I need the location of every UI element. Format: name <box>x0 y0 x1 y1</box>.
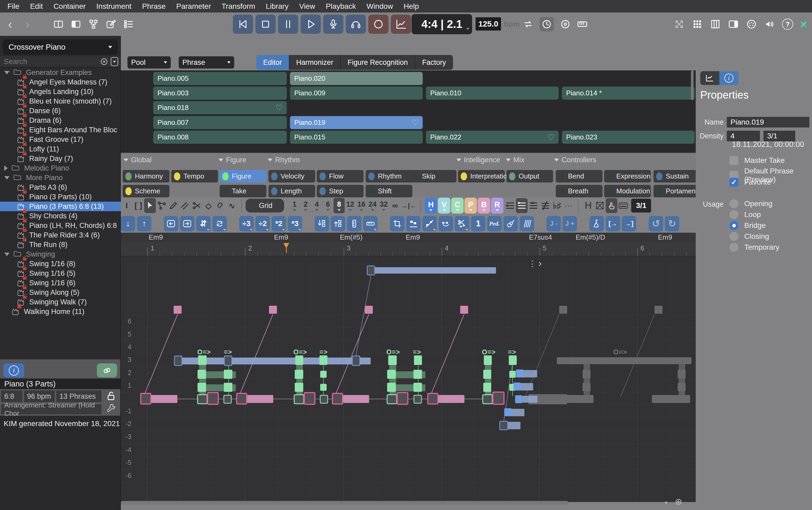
columns-icon[interactable] <box>710 19 721 30</box>
disclosure-triangle[interactable] <box>4 71 9 74</box>
grid-res-16[interactable]: 16 <box>356 198 367 213</box>
menu-library[interactable]: Library <box>266 2 289 11</box>
menu-help[interactable]: Help <box>404 2 419 11</box>
time-ruler[interactable]: 123456 <box>121 242 696 256</box>
pane-split-icon[interactable] <box>70 19 81 29</box>
param-group-mix[interactable]: Mix <box>506 156 524 164</box>
figure-node-green[interactable] <box>295 356 303 365</box>
usage-radio-opening[interactable]: Opening <box>729 199 773 208</box>
record-button[interactable] <box>368 15 388 34</box>
flow-view-icon[interactable] <box>88 19 99 29</box>
param-group-controllers[interactable]: Controllers <box>554 156 597 164</box>
bracket-right-button[interactable]: →] <box>622 216 636 231</box>
tree-folder-more-piano[interactable]: More Piano <box>0 173 121 182</box>
pitch-layer-button[interactable]: P <box>464 198 477 214</box>
grid-res-32[interactable]: 32 <box>378 198 389 213</box>
figure-node-green[interactable] <box>509 356 517 365</box>
handle-green[interactable] <box>198 395 207 404</box>
curve-tool[interactable]: ∿ <box>226 198 238 213</box>
density-ratio-input[interactable]: 3/1 <box>763 131 795 141</box>
j-minus-button[interactable]: J - <box>547 216 561 231</box>
tree-item-swing-along-5-[interactable]: Swing Along (5) <box>0 288 121 297</box>
param-interpretation[interactable]: Interpretation <box>458 170 505 182</box>
monitor-button[interactable] <box>346 15 366 34</box>
wrench-icon[interactable] <box>106 402 117 414</box>
param-expression[interactable]: Expression <box>604 170 651 182</box>
nudge-left-button[interactable] <box>164 216 178 231</box>
velocity-layer-button[interactable]: V <box>438 198 451 214</box>
multiply-2-button[interactable]: *2 <box>272 216 286 231</box>
disclosure-triangle[interactable] <box>4 176 9 179</box>
crop-button[interactable] <box>390 216 404 231</box>
figure-node-green[interactable] <box>483 370 491 379</box>
param-shift[interactable]: Shift <box>366 185 412 197</box>
tree-item-lofty-11-[interactable]: Lofty (11) <box>0 144 121 154</box>
figure-node-green[interactable] <box>387 370 396 379</box>
shift-down-button[interactable]: ↓ <box>121 216 135 231</box>
figure-node-green[interactable] <box>295 383 303 392</box>
record-midi-button[interactable] <box>323 15 343 34</box>
position-display[interactable]: 4:4 | 2.1 <box>412 14 472 34</box>
split-notes-button[interactable] <box>423 216 437 231</box>
param-portamento[interactable]: Portamento <box>654 185 700 197</box>
disclosure-triangle[interactable] <box>4 166 8 171</box>
harmonic-tool[interactable]: H <box>582 198 594 213</box>
grid-res-1[interactable]: 1 <box>289 198 300 213</box>
param-take[interactable]: Take <box>220 185 266 197</box>
shift-up-button[interactable]: ↑ <box>137 216 151 231</box>
tree-item-piano-3-parts-6-8-13-[interactable]: Piano (3 Parts) 6:8 (13) <box>0 202 121 211</box>
search-options-button[interactable] <box>111 57 118 66</box>
editor-tab-factory[interactable]: Factory <box>415 55 453 70</box>
handle-green[interactable] <box>483 395 492 404</box>
param-group-global[interactable]: Global <box>123 156 152 164</box>
checkbox-master-take[interactable]: Master Take <box>729 156 785 165</box>
tree-item-swing-1-16-8-[interactable]: Swing 1/16 (8) <box>0 259 121 268</box>
ghost-node[interactable] <box>583 383 590 391</box>
tree-item-bleu-et-noire-smooth-7-[interactable]: Bleu et Noire (smooth) (7) <box>0 96 121 106</box>
handle-pink-selected[interactable] <box>397 393 408 404</box>
chord-label-e7sus4[interactable]: E7sus4 <box>529 233 552 242</box>
editor-tab-harmonizer[interactable]: Harmonizer <box>289 55 341 70</box>
usage-radio-temporary[interactable]: Temporary <box>729 243 779 252</box>
figure-node-green[interactable] <box>484 356 492 365</box>
chord-label-em5d[interactable]: Em(#5)/D <box>576 233 605 242</box>
phrase-cell-piano-014-[interactable]: Piano.014 * <box>562 87 695 100</box>
param-skip[interactable]: Skip <box>410 170 457 182</box>
param-sustain[interactable]: Sustain <box>654 170 700 182</box>
menu-view[interactable]: View <box>299 2 315 11</box>
handle-pink-selected[interactable] <box>141 393 151 404</box>
arrow-select-tool[interactable] <box>144 198 156 213</box>
figure-node-green-small[interactable] <box>320 371 327 378</box>
handle-blue[interactable] <box>174 356 182 366</box>
phrase-cell-piano-018[interactable]: Piano.018♡ <box>153 101 287 114</box>
handle-pink-selected[interactable] <box>304 393 315 404</box>
zoom-in-button[interactable]: ⊕ <box>675 496 683 507</box>
checkbox-box[interactable]: ✓ <box>729 178 738 187</box>
pedal-button[interactable]: Ped. <box>487 216 501 231</box>
param-tempo[interactable]: Tempo <box>171 170 218 182</box>
chord-label-em9[interactable]: Em9 <box>658 233 672 242</box>
harmony-layer-button[interactable]: H <box>425 198 437 214</box>
handle-green-small[interactable] <box>320 395 328 403</box>
cycle-button[interactable] <box>212 216 227 231</box>
align-tool-3[interactable] <box>528 198 539 213</box>
tree-item-rainy-day-7-[interactable]: Rainy Day (7) <box>0 154 121 163</box>
app-tool-icon[interactable]: × <box>800 17 807 31</box>
grid-res-12[interactable]: 12 <box>345 198 356 213</box>
divide-3-button[interactable]: ÷3 <box>239 216 254 231</box>
favorite-heart-icon[interactable]: ♡ <box>547 133 554 142</box>
handle-blue[interactable] <box>367 266 375 275</box>
note-segment-blue[interactable] <box>368 267 496 274</box>
handle-pink-selected[interactable] <box>237 393 247 404</box>
info-view-button[interactable]: i <box>719 71 738 85</box>
figure-node-green[interactable] <box>414 356 422 365</box>
disclosure-triangle[interactable] <box>4 253 9 256</box>
j-plus-button[interactable]: J + <box>563 216 577 231</box>
level-button[interactable] <box>391 15 411 34</box>
param-scheme[interactable]: Scheme <box>123 185 169 197</box>
figure-node-green[interactable] <box>224 383 232 392</box>
phrase-cell-piano-019[interactable]: Piano.019♡ <box>290 116 423 129</box>
tree-item-piano-lh-rh-chords-6-8[interactable]: Piano (LH, RH, Chords) 6:8 <box>0 221 121 230</box>
ghost-chain[interactable] <box>679 361 685 397</box>
figure-node-green-small[interactable] <box>320 384 327 391</box>
